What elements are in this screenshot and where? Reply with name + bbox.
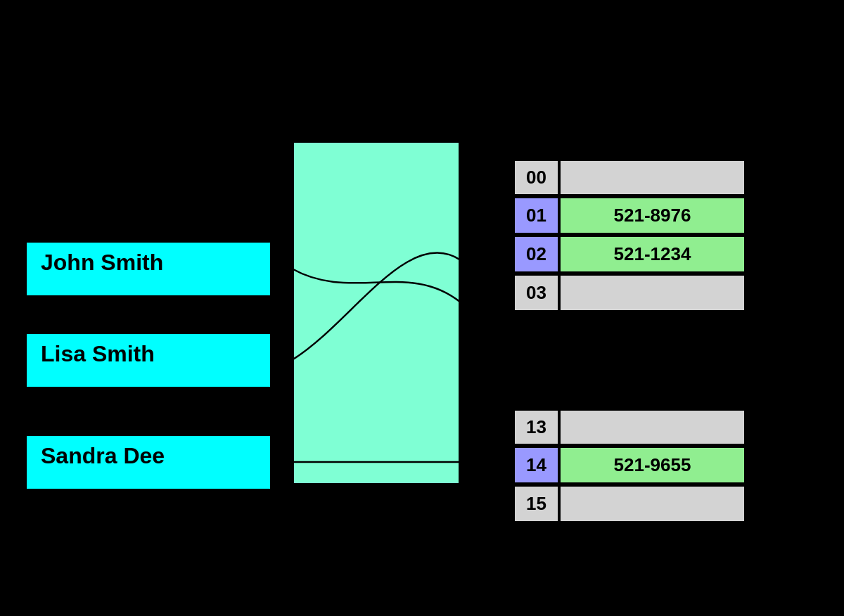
bucket-row-15: 15 [513, 485, 746, 524]
hash-table [292, 141, 461, 485]
bucket-index-01: 01 [513, 197, 559, 234]
bucket-index-14: 14 [513, 447, 559, 484]
bucket-value-02: 521-1234 [559, 236, 746, 273]
bucket-index-03: 03 [513, 274, 559, 312]
bucket-value-14: 521-9655 [559, 447, 746, 484]
bucket-index-15: 15 [513, 485, 559, 522]
bucket-row-13: 13 [513, 408, 746, 447]
bucket-value-03 [559, 274, 746, 312]
bucket-value-01: 521-8976 [559, 197, 746, 234]
bucket-row-00: 00 [513, 158, 746, 197]
bucket-table-top: 00 01 521-8976 02 521-1234 03 [513, 158, 746, 313]
person-lisa-smith[interactable]: Lisa Smith [25, 333, 271, 388]
bucket-value-00 [559, 160, 746, 195]
main-container: John Smith Lisa Smith Sandra Dee 00 01 5… [0, 0, 844, 616]
bucket-row-03: 03 [513, 274, 746, 313]
bucket-value-15 [559, 485, 746, 522]
bucket-index-13: 13 [513, 409, 559, 445]
person-lisa-smith-label: Lisa Smith [41, 341, 155, 366]
person-john-smith-label: John Smith [41, 250, 163, 275]
bucket-table-bottom: 13 14 521-9655 15 [513, 408, 746, 524]
svg-line-3 [461, 447, 513, 462]
bucket-index-02: 02 [513, 236, 559, 273]
person-sandra-dee-label: Sandra Dee [41, 443, 165, 468]
person-john-smith[interactable]: John Smith [25, 241, 271, 297]
bucket-index-00: 00 [513, 160, 559, 195]
bucket-row-02: 02 521-1234 [513, 236, 746, 274]
bucket-row-01: 01 521-8976 [513, 197, 746, 236]
bucket-row-14: 14 521-9655 [513, 447, 746, 485]
bucket-value-13 [559, 409, 746, 445]
person-sandra-dee[interactable]: Sandra Dee [25, 435, 271, 490]
